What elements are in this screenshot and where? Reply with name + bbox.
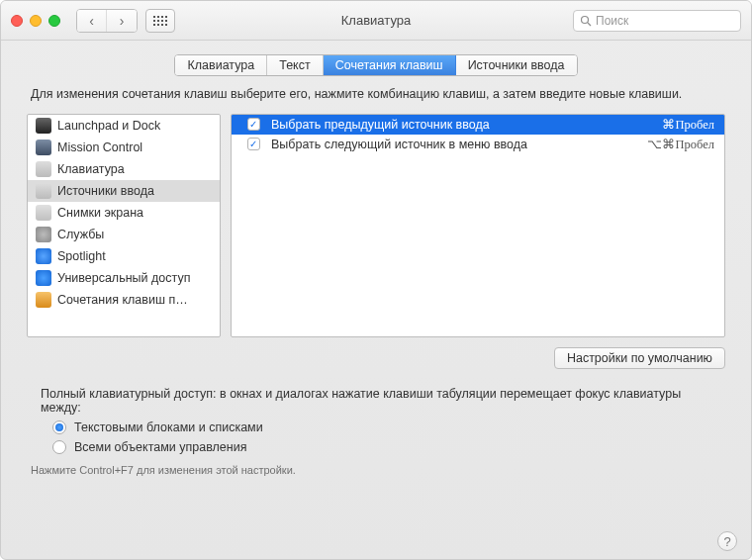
close-button[interactable] — [11, 15, 23, 27]
tab-shortcuts[interactable]: Сочетания клавиш — [324, 55, 456, 75]
defaults-row: Настройки по умолчанию — [1, 337, 751, 369]
category-label: Spotlight — [57, 249, 106, 263]
help-button[interactable]: ? — [717, 531, 737, 551]
shortcut-keys: ⌥⌘Пробел — [625, 137, 714, 152]
window-controls — [11, 15, 60, 27]
category-label: Универсальный доступ — [57, 271, 190, 285]
category-row[interactable]: Spotlight — [28, 245, 220, 267]
category-label: Сочетания клавиш п… — [57, 293, 188, 307]
shortcut-keys: ⌘Пробел — [625, 117, 714, 133]
shortcut-label: Выбрать следующий источник в меню ввода — [265, 138, 625, 151]
category-label: Mission Control — [57, 140, 142, 154]
category-row[interactable]: Mission Control — [28, 137, 220, 158]
content-panes: Launchpad и DockMission ControlКлавиатур… — [1, 114, 751, 337]
screenshot-icon — [36, 205, 51, 221]
accessibility-icon — [36, 270, 51, 286]
show-all-button[interactable] — [145, 9, 175, 33]
restore-defaults-button[interactable]: Настройки по умолчанию — [554, 347, 725, 369]
fka-option-label: Всеми объектами управления — [74, 440, 246, 454]
preferences-window: ‹ › Клавиатура Клавиатура Текст Сочетани… — [0, 0, 752, 560]
fka-option-label: Текстовыми блоками и списками — [74, 420, 263, 434]
keyboard-icon — [36, 161, 51, 177]
shortcut-list[interactable]: ✓Выбрать предыдущий источник ввода⌘Пробе… — [231, 114, 725, 337]
category-row[interactable]: Службы — [28, 224, 220, 245]
radio-icon — [52, 420, 66, 434]
forward-button[interactable]: › — [107, 10, 137, 32]
titlebar: ‹ › Клавиатура — [1, 1, 751, 41]
nav-segment: ‹ › — [76, 9, 138, 33]
category-row[interactable]: Сочетания клавиш п… — [28, 289, 220, 311]
launchpad-icon — [36, 118, 51, 134]
search-field[interactable] — [573, 10, 741, 32]
category-row[interactable]: Источники ввода — [28, 180, 220, 202]
fka-option-all-controls[interactable]: Всеми объектами управления — [52, 440, 721, 454]
category-label: Launchpad и Dock — [57, 119, 160, 133]
radio-icon — [52, 440, 66, 454]
svg-point-0 — [582, 16, 589, 23]
grid-icon — [153, 16, 167, 26]
category-label: Клавиатура — [57, 162, 125, 176]
shortcut-row[interactable]: ✓Выбрать предыдущий источник ввода⌘Пробе… — [232, 115, 724, 135]
fka-hint: Нажмите Control+F7 для изменения этой на… — [31, 464, 721, 476]
category-row[interactable]: Универсальный доступ — [28, 267, 220, 289]
back-button[interactable]: ‹ — [77, 10, 107, 32]
shortcut-checkbox[interactable]: ✓ — [247, 138, 260, 150]
search-icon — [580, 15, 592, 27]
category-list[interactable]: Launchpad и DockMission ControlКлавиатур… — [27, 114, 221, 337]
tab-keyboard[interactable]: Клавиатура — [175, 55, 267, 75]
zoom-button[interactable] — [48, 15, 60, 27]
fka-option-text-lists[interactable]: Текстовыми блоками и списками — [52, 420, 721, 434]
category-label: Снимки экрана — [57, 206, 143, 220]
spotlight-icon — [36, 248, 51, 264]
appshortcuts-icon — [36, 292, 51, 308]
services-icon — [36, 227, 51, 242]
instruction-text: Для изменения сочетания клавиш выберите … — [1, 86, 751, 114]
svg-line-1 — [588, 23, 591, 26]
shortcut-label: Выбрать предыдущий источник ввода — [265, 118, 625, 132]
mission-icon — [36, 140, 51, 155]
shortcut-row[interactable]: ✓Выбрать следующий источник в меню ввода… — [232, 135, 724, 154]
tab-segment: Клавиатура Текст Сочетания клавиш Источн… — [174, 54, 577, 76]
category-row[interactable]: Снимки экрана — [28, 202, 220, 224]
tab-text[interactable]: Текст — [267, 55, 323, 75]
full-keyboard-access: Полный клавиатурный доступ: в окнах и ди… — [1, 369, 751, 476]
fka-intro: Полный клавиатурный доступ: в окнах и ди… — [41, 387, 721, 415]
input-icon — [36, 183, 51, 199]
category-label: Источники ввода — [57, 184, 154, 198]
tab-input-sources[interactable]: Источники ввода — [456, 55, 577, 75]
category-label: Службы — [57, 228, 104, 241]
minimize-button[interactable] — [30, 15, 42, 27]
shortcut-checkbox[interactable]: ✓ — [247, 118, 260, 131]
category-row[interactable]: Клавиатура — [28, 158, 220, 180]
search-input[interactable] — [596, 14, 734, 28]
category-row[interactable]: Launchpad и Dock — [28, 115, 220, 137]
tab-bar: Клавиатура Текст Сочетания клавиш Источн… — [1, 41, 751, 86]
